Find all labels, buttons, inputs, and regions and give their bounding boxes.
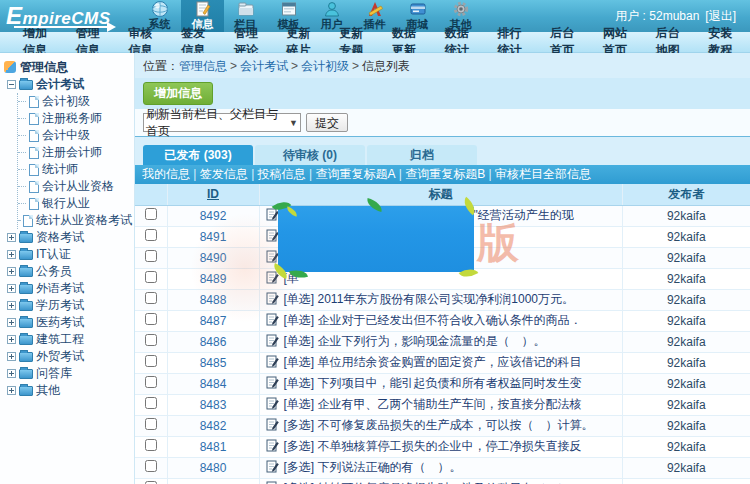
manage-info-icon (4, 61, 16, 73)
expand-icon[interactable] (7, 233, 16, 242)
tree-leaf[interactable]: 统计从业资格考试 (18, 212, 132, 229)
expand-icon[interactable] (7, 369, 16, 378)
row-title-link[interactable]: [多选] 不可修复废品损失的生产成本，可以按（ ）计算。 (284, 418, 594, 432)
breadcrumb-link[interactable]: 会计考试 (240, 59, 288, 73)
tree-leaf[interactable]: 会计中级 (18, 127, 132, 144)
row-checkbox[interactable] (145, 334, 157, 346)
info-filter-link[interactable]: 我的信息 (142, 166, 190, 183)
edit-icon[interactable] (266, 460, 279, 476)
tree-node-collapsed[interactable]: 资格考试 (4, 229, 132, 246)
table-row: 8484 [单选] 下列项目中，能引起负债和所有者权益同时发生变 92kaifa (135, 373, 750, 394)
edit-icon[interactable] (266, 397, 279, 413)
expand-icon[interactable] (7, 335, 16, 344)
expand-icon[interactable] (7, 352, 16, 361)
sidebar-root-label: 管理信息 (20, 59, 68, 76)
info-filter-link[interactable]: 签发信息 (190, 166, 248, 183)
expand-icon[interactable] (7, 267, 16, 276)
row-id-link[interactable]: 8482 (200, 419, 227, 433)
row-id-link[interactable]: 8484 (200, 377, 227, 391)
row-id-link[interactable]: 8483 (200, 398, 227, 412)
refresh-scope-select[interactable]: 刷新当前栏目、父栏目与首页 ▼ (143, 113, 301, 132)
expand-icon[interactable] (7, 250, 16, 259)
expand-icon[interactable] (7, 284, 16, 293)
submit-button[interactable]: 提交 (306, 113, 348, 132)
row-title-link[interactable]: [单选] 企业下列行为，影响现金流量的是（ ）。 (284, 334, 546, 348)
row-checkbox[interactable] (145, 271, 157, 283)
tree-leaf[interactable]: 注册税务师 (18, 110, 132, 127)
sidebar-tree: 管理信息 会计考试 会计初级 注册税务师 (0, 53, 135, 484)
tree-leaf[interactable]: 银行从业 (18, 195, 132, 212)
row-checkbox[interactable] (145, 397, 157, 409)
tree-node-collapsed[interactable]: 建筑工程 (4, 331, 132, 348)
table-row: 8482 [多选] 不可修复废品损失的生产成本，可以按（ ）计算。 92kaif… (135, 415, 750, 436)
row-publisher: 92kaifa (622, 415, 750, 436)
row-checkbox[interactable] (145, 292, 157, 304)
row-id-link[interactable]: 8480 (200, 461, 227, 475)
info-filter-link[interactable]: 投稿信息 (248, 166, 306, 183)
tree-leaf[interactable]: 统计师 (18, 161, 132, 178)
tree-node-collapsed[interactable]: 问答库 (4, 365, 132, 382)
tree-leaf[interactable]: 注册会计师 (18, 144, 132, 161)
tree-node-collapsed[interactable]: 外贸考试 (4, 348, 132, 365)
folder-icon (19, 369, 33, 379)
row-checkbox[interactable] (145, 439, 157, 451)
edit-icon[interactable] (266, 355, 279, 371)
row-title-link[interactable]: [单选] 下列项目中，能引起负债和所有者权益同时发生变 (284, 376, 582, 390)
row-checkbox[interactable] (145, 250, 157, 262)
info-filter-tabs: 我的信息签发信息投稿信息查询重复标题A查询重复标题B审核栏目全部信息 (135, 165, 750, 184)
row-checkbox[interactable] (145, 208, 157, 220)
row-title-link[interactable]: [单选] 企业对于已经发出但不符合收入确认条件的商品． (284, 313, 582, 327)
info-filter-link[interactable]: 查询重复标题B (395, 166, 485, 183)
status-tab[interactable]: 归档 (367, 145, 477, 165)
row-checkbox[interactable] (145, 460, 157, 472)
row-title-link[interactable]: [多选] 不单独核算停工损失的企业中，停工净损失直接反 (284, 439, 582, 453)
expand-icon[interactable] (7, 386, 16, 395)
row-id-link[interactable]: 8485 (200, 356, 227, 370)
tree-node-collapsed[interactable]: 公务员 (4, 263, 132, 280)
row-checkbox[interactable] (145, 376, 157, 388)
tree-node-collapsed[interactable]: 外语考试 (4, 280, 132, 297)
logout-link[interactable]: [退出] (705, 8, 736, 25)
tree-node-expanded[interactable]: 会计考试 (4, 76, 132, 93)
breadcrumb-link[interactable]: 管理信息 (179, 59, 227, 73)
collapse-icon[interactable] (7, 80, 16, 89)
row-publisher: 92kaifa (622, 373, 750, 394)
table-row: 8483 [单选] 企业有甲、乙两个辅助生产车间，按直接分配法核 92kaifa (135, 394, 750, 415)
tree-node-collapsed[interactable]: IT认证 (4, 246, 132, 263)
edit-icon[interactable] (266, 439, 279, 455)
row-id-link[interactable]: 8481 (200, 440, 227, 454)
expand-icon[interactable] (7, 301, 16, 310)
row-title-link[interactable]: [单选] 单位用结余资金购置的固定资产，应该借记的科目 (284, 355, 582, 369)
status-tab[interactable]: 待审核 (0) (255, 145, 365, 165)
row-checkbox[interactable] (145, 229, 157, 241)
page-icon (29, 96, 39, 108)
info-filter-link[interactable]: 查询重复标题A (306, 166, 396, 183)
breadcrumb-link[interactable]: 会计初级 (301, 59, 349, 73)
edit-icon[interactable] (266, 334, 279, 350)
row-title-link[interactable]: [单选] 2011年东方股份有限公司实现净利润1000万元。 (284, 292, 575, 306)
edit-icon[interactable] (266, 418, 279, 434)
edit-icon[interactable] (266, 376, 279, 392)
info-filter-link[interactable]: 审核栏目全部信息 (485, 166, 591, 183)
row-id-link[interactable]: 8486 (200, 335, 227, 349)
tree-leaf[interactable]: 会计从业资格 (18, 178, 132, 195)
expand-icon[interactable] (7, 318, 16, 327)
add-panel: 增加信息 (135, 78, 750, 109)
row-publisher: 92kaifa (622, 457, 750, 478)
row-title-link[interactable]: [多选] 下列说法正确的有（ ）。 (284, 460, 462, 474)
table-row: 8481 [多选] 不单独核算停工损失的企业中，停工净损失直接反 92kaifa (135, 436, 750, 457)
tree-leaf[interactable]: 会计初级 (18, 93, 132, 110)
status-tab[interactable]: 已发布 (303) (143, 145, 253, 165)
row-publisher: 92kaifa (622, 352, 750, 373)
row-title-link[interactable]: [单选] 企业有甲、乙两个辅助生产车间，按直接分配法核 (284, 397, 582, 411)
row-checkbox[interactable] (145, 313, 157, 325)
filter-panel: 刷新当前栏目、父栏目与首页 ▼ 提交 (135, 109, 750, 137)
tree-node-collapsed[interactable]: 医药考试 (4, 314, 132, 331)
tree-node-collapsed[interactable]: 学历考试 (4, 297, 132, 314)
folder-icon (19, 352, 33, 362)
add-info-button[interactable]: 增加信息 (143, 82, 213, 105)
row-checkbox[interactable] (145, 418, 157, 430)
row-checkbox[interactable] (145, 355, 157, 367)
header-id[interactable]: ID (167, 184, 259, 205)
tree-node-collapsed[interactable]: 其他 (4, 382, 132, 399)
